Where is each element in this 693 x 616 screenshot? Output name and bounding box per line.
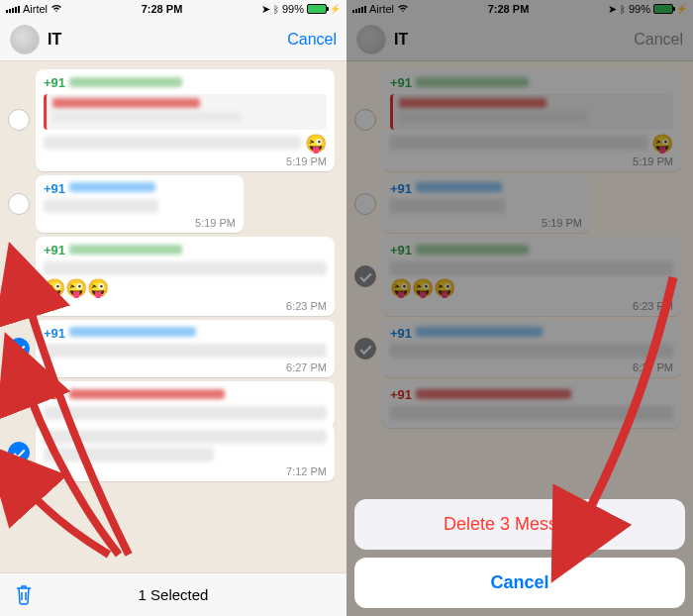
message-bubble: +91 6:27 PM (36, 320, 335, 378)
select-radio-checked[interactable] (8, 265, 30, 287)
bottom-toolbar: 1 Selected (0, 572, 346, 616)
avatar[interactable] (10, 25, 40, 54)
bluetooth-icon: ᛒ (273, 4, 279, 15)
location-icon: ➤ (261, 3, 270, 16)
message-row[interactable]: +91 5:19 PM (0, 173, 341, 236)
emoji: 😜 (305, 135, 327, 153)
cancel-button[interactable]: Cancel (287, 31, 337, 49)
sender-prefix: +91 (44, 243, 65, 257)
right-screenshot: Airtel 7:28 PM ➤ ᛒ 99% ⚡ IT Cancel +91 😜… (346, 0, 693, 616)
message-row[interactable]: +91 😜 5:19 PM (0, 67, 341, 173)
message-bubble: +91 😜😜😜 6:23 PM (36, 237, 335, 316)
left-screenshot: Airtel 7:28 PM ➤ ᛒ 99% ⚡ IT Cancel +91 (0, 0, 346, 616)
message-row[interactable]: +91 (0, 379, 341, 430)
select-radio-checked[interactable] (8, 338, 30, 359)
select-radio[interactable] (8, 109, 30, 131)
message-bubble: +91 (36, 381, 335, 428)
trash-icon[interactable] (14, 583, 34, 605)
charging-icon: ⚡ (330, 4, 341, 14)
status-bar: Airtel 7:28 PM ➤ ᛒ 99% ⚡ (0, 0, 346, 18)
message-row[interactable]: +91 😜😜😜 6:23 PM (0, 235, 341, 318)
clock: 7:28 PM (142, 3, 183, 15)
message-bubble: +91 😜 5:19 PM (36, 69, 335, 171)
message-time: 6:27 PM (44, 361, 327, 373)
message-row[interactable]: +91 6:27 PM (0, 318, 341, 380)
message-time: 6:23 PM (44, 300, 327, 312)
nav-bar: IT Cancel (0, 18, 346, 61)
sender-prefix: +91 (44, 75, 65, 90)
signal-icon (6, 6, 20, 13)
battery-percent: 99% (282, 3, 304, 15)
message-time: 5:19 PM (44, 217, 236, 229)
sender-prefix: +91 (44, 387, 65, 402)
emoji: 😜😜😜 (44, 279, 327, 297)
action-sheet-cancel-button[interactable]: Cancel (354, 558, 685, 608)
wifi-icon (50, 3, 62, 15)
message-bubble: +91 5:19 PM (36, 175, 244, 234)
message-row[interactable]: 7:12 PM (0, 422, 341, 483)
sender-prefix: +91 (44, 326, 65, 341)
message-time: 7:12 PM (44, 465, 327, 477)
action-sheet: Delete 3 Messages Cancel (354, 491, 685, 608)
message-bubble: 7:12 PM (36, 424, 335, 481)
carrier-label: Airtel (23, 3, 48, 15)
select-radio[interactable] (8, 193, 30, 215)
select-radio-checked[interactable] (8, 442, 30, 463)
delete-messages-button[interactable]: Delete 3 Messages (354, 499, 685, 550)
message-time: 5:19 PM (44, 155, 327, 167)
selection-count: 1 Selected (139, 586, 209, 603)
sender-prefix: +91 (44, 181, 65, 196)
chat-title[interactable]: IT (48, 31, 279, 49)
battery-icon (307, 4, 327, 14)
message-list[interactable]: +91 😜 5:19 PM +91 5:19 PM (0, 61, 346, 572)
